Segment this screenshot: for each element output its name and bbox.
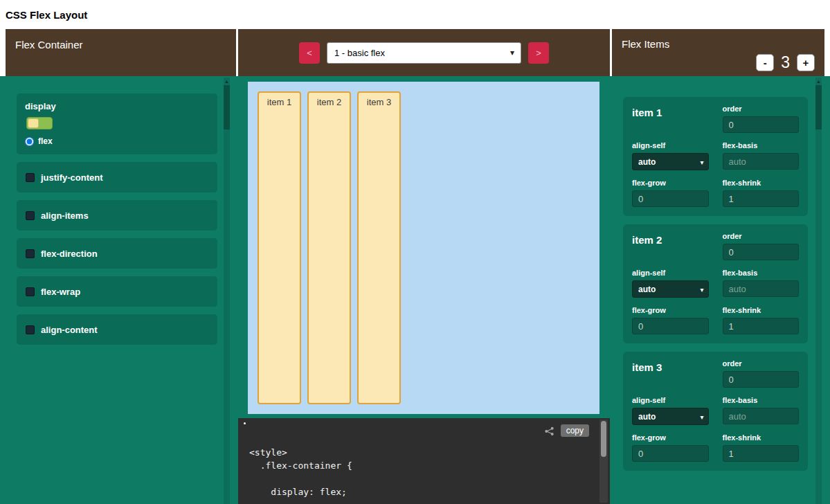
remove-item-button[interactable]: - <box>756 54 774 71</box>
align-self-label: align-self <box>632 141 709 150</box>
flex-basis-label: flex-basis <box>723 141 800 150</box>
section-flex-wrap[interactable]: flex-wrap <box>17 276 217 307</box>
flex-grow-label: flex-grow <box>632 306 709 314</box>
display-flex-radio[interactable] <box>25 137 34 146</box>
flex-basis-input[interactable] <box>723 408 800 424</box>
display-flex-radio-label: flex <box>38 136 53 146</box>
checkbox-align-items[interactable] <box>26 211 35 220</box>
flex-shrink-field: flex-shrink <box>723 179 800 207</box>
scrollbar-thumb[interactable] <box>224 85 230 129</box>
section-label: align-items <box>41 210 89 221</box>
prev-example-button[interactable]: < <box>299 42 320 64</box>
section-label: align-content <box>41 325 98 335</box>
section-label: justify-content <box>41 172 103 183</box>
scrollbar-thumb[interactable] <box>815 85 822 129</box>
order-input[interactable] <box>723 371 800 388</box>
checkbox-flex-direction[interactable] <box>26 249 35 258</box>
flex-container-header: Flex Container <box>6 29 236 76</box>
checkbox-align-content[interactable] <box>26 325 35 334</box>
align-self-select[interactable]: auto <box>632 408 709 425</box>
flex-preview-item: item 3 <box>357 91 401 404</box>
flex-shrink-input[interactable] <box>723 190 800 207</box>
item-count-controls: - 3 + <box>622 53 815 72</box>
align-self-select-wrap: auto <box>632 280 709 298</box>
order-label: order <box>723 359 800 368</box>
flex-shrink-input[interactable] <box>723 318 800 334</box>
flex-items-title: Flex Items <box>622 38 815 50</box>
add-item-button[interactable]: + <box>797 54 815 71</box>
flex-basis-field: flex-basis <box>723 396 800 425</box>
flex-preview-item: item 2 <box>307 91 351 404</box>
display-toggle[interactable] <box>26 117 53 129</box>
example-select[interactable]: 1 - basic flex <box>327 42 521 64</box>
checkbox-justify-content[interactable] <box>26 173 35 182</box>
section-align-content[interactable]: align-content <box>17 314 217 345</box>
scroll-up-arrow[interactable]: ▲ <box>815 78 822 85</box>
code-content: <style> .flex-container { display: flex; <box>249 446 610 498</box>
code-scrollbar[interactable] <box>599 420 608 503</box>
item-card-2: item 2 order align-self auto flex-basis <box>623 224 808 343</box>
align-self-field: align-self auto <box>632 396 709 425</box>
checkbox-flex-wrap[interactable] <box>26 287 35 296</box>
scroll-up-arrow[interactable]: ▲ <box>224 78 230 85</box>
flex-basis-input[interactable] <box>723 280 800 297</box>
align-self-select[interactable]: auto <box>632 280 709 298</box>
flex-grow-input[interactable] <box>632 318 709 334</box>
preview-body: item 1 item 2 item 3 copy <style> .flex-… <box>238 76 610 504</box>
next-example-button[interactable]: > <box>528 42 549 64</box>
section-justify-content[interactable]: justify-content <box>17 162 217 192</box>
flex-preview-container: item 1 item 2 item 3 <box>248 82 599 414</box>
flex-grow-input[interactable] <box>632 445 709 462</box>
flex-basis-field: flex-basis <box>723 141 800 170</box>
left-scrollbar[interactable]: ▲ <box>224 78 230 504</box>
code-scrollbar-thumb[interactable] <box>601 421 606 457</box>
section-align-items[interactable]: align-items <box>17 200 217 231</box>
flex-grow-field: flex-grow <box>632 433 709 462</box>
flex-shrink-label: flex-shrink <box>723 306 800 314</box>
flex-basis-label: flex-basis <box>723 396 800 404</box>
copy-button[interactable]: copy <box>561 424 589 437</box>
flex-basis-label: flex-basis <box>723 269 800 277</box>
align-self-select[interactable]: auto <box>632 153 709 170</box>
flex-preview-item: item 1 <box>258 91 301 404</box>
order-input[interactable] <box>723 244 800 260</box>
flex-container-title: Flex Container <box>15 39 83 51</box>
section-flex-direction[interactable]: flex-direction <box>17 238 217 269</box>
example-header: < 1 - basic flex > <box>238 29 610 76</box>
page-title: CSS Flex Layout <box>6 9 87 21</box>
flex-grow-label: flex-grow <box>632 179 709 187</box>
order-label: order <box>723 232 800 240</box>
section-label: flex-direction <box>41 249 98 259</box>
flex-grow-input[interactable] <box>632 190 709 207</box>
display-flex-option[interactable]: flex <box>25 136 209 146</box>
order-input[interactable] <box>723 116 800 133</box>
item-name: item 2 <box>632 232 709 260</box>
align-self-select-wrap: auto <box>632 153 709 170</box>
flex-grow-field: flex-grow <box>632 306 709 334</box>
code-dot <box>244 422 246 424</box>
order-field: order <box>723 359 800 388</box>
item-card-1: item 1 order align-self auto flex-basis <box>623 97 808 216</box>
app: Flex Container display flex justify-cont… <box>0 29 830 504</box>
order-label: order <box>723 105 800 113</box>
order-field: order <box>723 232 800 260</box>
display-section: display flex <box>17 93 217 154</box>
item-card-3: item 3 order align-self auto flex-basis <box>623 352 808 471</box>
flex-shrink-label: flex-shrink <box>723 433 800 442</box>
flex-grow-field: flex-grow <box>632 179 709 207</box>
flex-items-header: Flex Items - 3 + <box>612 29 824 76</box>
flex-items-body: item 1 order align-self auto flex-basis <box>612 76 824 504</box>
flex-container-panel: Flex Container display flex justify-cont… <box>6 29 236 504</box>
share-icon[interactable] <box>544 426 554 436</box>
flex-basis-input[interactable] <box>723 153 800 170</box>
flex-grow-label: flex-grow <box>632 433 709 442</box>
preview-panel: < 1 - basic flex > item 1 item 2 item 3 <box>238 29 610 504</box>
right-scrollbar[interactable]: ▲ <box>815 78 822 504</box>
align-self-select-wrap: auto <box>632 408 709 425</box>
display-label: display <box>25 101 209 111</box>
flex-shrink-field: flex-shrink <box>723 306 800 334</box>
flex-shrink-input[interactable] <box>723 445 800 462</box>
align-self-label: align-self <box>632 396 709 404</box>
toggle-knob <box>28 118 39 128</box>
flex-shrink-field: flex-shrink <box>723 433 800 462</box>
